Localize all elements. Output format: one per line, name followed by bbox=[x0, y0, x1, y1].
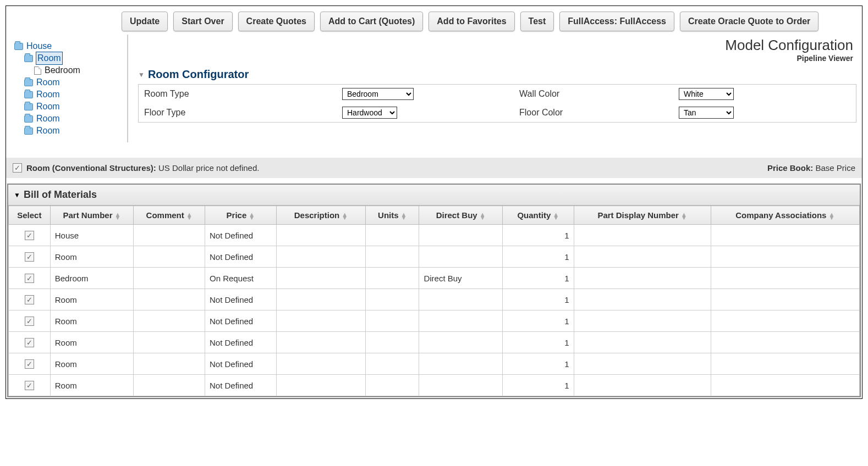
cell-desc bbox=[276, 353, 365, 375]
wall-color-select[interactable]: White bbox=[679, 88, 734, 100]
table-row: ✓BedroomOn RequestDirect Buy1 bbox=[9, 268, 860, 289]
cell-comp bbox=[711, 268, 860, 289]
sort-icon: ▲▼ bbox=[828, 213, 834, 219]
cell-qty: 1 bbox=[502, 268, 574, 289]
col-select[interactable]: Select bbox=[9, 206, 51, 225]
status-left-text: US Dollar price not defined. bbox=[158, 163, 259, 173]
cell-qty: 1 bbox=[502, 246, 574, 268]
tree-node-room[interactable]: Room bbox=[14, 76, 124, 88]
cell-disp bbox=[574, 353, 711, 375]
page-title: Model Configuration bbox=[138, 37, 853, 54]
tree-label: House bbox=[26, 40, 52, 52]
tree-node-room[interactable]: Room bbox=[14, 88, 124, 101]
col-part[interactable]: Part Number▲▼ bbox=[50, 206, 133, 225]
cell-direct bbox=[419, 225, 502, 246]
cell-part: Room bbox=[50, 332, 133, 353]
cell-disp bbox=[574, 310, 711, 332]
sort-icon: ▲▼ bbox=[249, 213, 255, 219]
col-comment[interactable]: Comment▲▼ bbox=[134, 206, 205, 225]
tree-node-bedroom[interactable]: Bedroom bbox=[14, 64, 124, 76]
col-direct[interactable]: Direct Buy▲▼ bbox=[419, 206, 502, 225]
col-price[interactable]: Price▲▼ bbox=[205, 206, 276, 225]
cell-direct bbox=[419, 310, 502, 332]
cell-disp bbox=[574, 289, 711, 310]
bom-table: Select Part Number▲▼ Comment▲▼ Price▲▼ D… bbox=[8, 206, 860, 396]
col-units[interactable]: Units▲▼ bbox=[366, 206, 419, 225]
tree-node-room[interactable]: Room bbox=[14, 113, 124, 125]
room-type-select[interactable]: Bedroom bbox=[342, 88, 414, 100]
table-row: ✓HouseNot Defined1 bbox=[9, 225, 860, 246]
table-row: ✓RoomNot Defined1 bbox=[9, 246, 860, 268]
cell-units bbox=[366, 225, 419, 246]
floor-color-label: Floor Color bbox=[497, 108, 679, 118]
col-desc[interactable]: Description▲▼ bbox=[276, 206, 365, 225]
row-checkbox[interactable]: ✓ bbox=[25, 359, 34, 369]
cell-comment bbox=[134, 375, 205, 396]
cell-comp bbox=[711, 225, 860, 246]
tree-label: Room bbox=[36, 76, 60, 88]
cell-direct bbox=[419, 246, 502, 268]
cell-qty: 1 bbox=[502, 225, 574, 246]
tree-node-room[interactable]: Room bbox=[14, 101, 124, 113]
floor-type-select[interactable]: Hardwood bbox=[342, 107, 397, 119]
add-to-favorites-button[interactable]: Add to Favorites bbox=[428, 12, 514, 31]
row-checkbox[interactable]: ✓ bbox=[25, 338, 34, 347]
cell-desc bbox=[276, 268, 365, 289]
tree-node-house[interactable]: House bbox=[14, 40, 124, 52]
row-checkbox[interactable]: ✓ bbox=[25, 274, 34, 283]
cell-disp bbox=[574, 332, 711, 353]
cell-direct bbox=[419, 353, 502, 375]
create-quotes-button[interactable]: Create Quotes bbox=[238, 12, 315, 31]
file-icon bbox=[34, 66, 41, 75]
tree-node-room-selected[interactable]: Room bbox=[14, 52, 124, 64]
full-access-button[interactable]: FullAccess: FullAccess bbox=[559, 12, 674, 31]
cell-disp bbox=[574, 268, 711, 289]
row-checkbox[interactable]: ✓ bbox=[25, 252, 34, 262]
status-bar: ✓ Room (Conventional Structures): US Dol… bbox=[6, 158, 862, 178]
floor-color-select[interactable]: Tan bbox=[679, 107, 734, 119]
check-icon: ✓ bbox=[13, 163, 22, 173]
add-to-cart-button[interactable]: Add to Cart (Quotes) bbox=[320, 12, 423, 31]
cell-comment bbox=[134, 268, 205, 289]
cell-price: On Request bbox=[205, 268, 276, 289]
cell-comment bbox=[134, 225, 205, 246]
test-button[interactable]: Test bbox=[520, 12, 554, 31]
row-checkbox[interactable]: ✓ bbox=[25, 317, 34, 326]
disclosure-icon[interactable]: ▼ bbox=[14, 191, 20, 199]
cell-price: Not Defined bbox=[205, 375, 276, 396]
col-disp[interactable]: Part Display Number▲▼ bbox=[574, 206, 711, 225]
cell-part: Room bbox=[50, 310, 133, 332]
row-checkbox[interactable]: ✓ bbox=[25, 381, 34, 390]
disclosure-icon[interactable]: ▼ bbox=[138, 71, 145, 79]
oracle-quote-button[interactable]: Create Oracle Quote to Order bbox=[680, 12, 818, 31]
update-button[interactable]: Update bbox=[122, 12, 168, 31]
tree-label: Room bbox=[36, 88, 60, 101]
status-left-label: Room (Conventional Structures): bbox=[26, 163, 156, 173]
cell-comp bbox=[711, 332, 860, 353]
cell-units bbox=[366, 310, 419, 332]
tree-label: Room bbox=[36, 125, 60, 137]
cell-comp bbox=[711, 353, 860, 375]
start-over-button[interactable]: Start Over bbox=[173, 12, 232, 31]
cell-direct bbox=[419, 289, 502, 310]
cell-part: Room bbox=[50, 289, 133, 310]
col-comp[interactable]: Company Associations▲▼ bbox=[711, 206, 860, 225]
folder-icon bbox=[24, 127, 33, 135]
cell-direct bbox=[419, 375, 502, 396]
cell-comp bbox=[711, 246, 860, 268]
toolbar: Update Start Over Create Quotes Add to C… bbox=[6, 6, 862, 35]
tree-node-room[interactable]: Room bbox=[14, 125, 124, 137]
cell-units bbox=[366, 332, 419, 353]
row-checkbox[interactable]: ✓ bbox=[25, 295, 34, 304]
cell-qty: 1 bbox=[502, 353, 574, 375]
section-title: Room Configurator bbox=[148, 68, 249, 81]
row-checkbox[interactable]: ✓ bbox=[25, 231, 34, 240]
cell-part: Room bbox=[50, 353, 133, 375]
cell-price: Not Defined bbox=[205, 225, 276, 246]
cell-desc bbox=[276, 375, 365, 396]
table-row: ✓RoomNot Defined1 bbox=[9, 353, 860, 375]
table-row: ✓RoomNot Defined1 bbox=[9, 289, 860, 310]
room-type-label: Room Type bbox=[144, 89, 342, 99]
sort-icon: ▲▼ bbox=[681, 213, 687, 219]
col-qty[interactable]: Quantity▲▼ bbox=[502, 206, 574, 225]
